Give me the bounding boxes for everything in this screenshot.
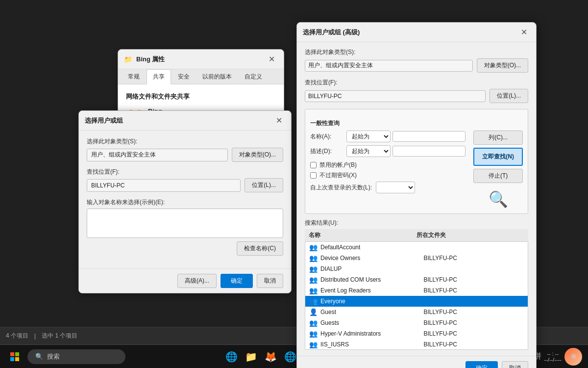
advanced-cancel-btn[interactable]: 取消 — [502, 361, 528, 368]
adv-location-btn[interactable]: 位置(L)... — [490, 89, 528, 103]
enter-label: 输入对象名称来选择(示例)(E): — [87, 198, 283, 207]
list-btn[interactable]: 列(C)... — [473, 131, 523, 145]
stop-btn[interactable]: 停止(T) — [473, 169, 523, 183]
adv-object-type-label: 选择此对象类型(S): — [305, 48, 528, 56]
col-name-header: 名称 — [309, 231, 416, 239]
result-row[interactable]: 👥 Device Owners BILLYFU-PC — [305, 253, 528, 263]
advanced-body: 选择此对象类型(S): 对象类型(O)... 查找位置(F): 位置(L)...… — [297, 42, 536, 356]
advanced-title: 选择用户或组 (高级) — [303, 28, 514, 37]
location-input — [87, 179, 241, 192]
result-location: BILLYFU-PC — [424, 319, 524, 326]
adv-object-type-input — [305, 60, 473, 72]
svg-rect-3 — [15, 357, 19, 361]
taskbar-search[interactable]: 🔍 搜索 — [27, 349, 125, 364]
result-name: Device Owners — [320, 255, 421, 262]
tab-share[interactable]: 共享 — [147, 69, 171, 84]
taskbar-app-explorer[interactable]: 📁 — [243, 348, 260, 366]
object-type-btn[interactable]: 对象类型(O)... — [232, 148, 283, 162]
result-name: Distributed COM Users — [320, 276, 421, 283]
tab-general[interactable]: 常规 — [122, 69, 146, 84]
adv-object-type-btn[interactable]: 对象类型(O)... — [477, 58, 528, 73]
tray-clock[interactable]: -- : -- --/--/---- — [544, 351, 562, 363]
no-expire-check[interactable] — [310, 172, 317, 179]
select-user-ok-btn[interactable]: 确定 — [220, 274, 253, 288]
select-user-advanced-btn[interactable]: 高级(A)... — [177, 274, 217, 288]
desc-filter-input[interactable] — [392, 146, 466, 157]
select-user-footer: 高级(A)... 确定 取消 — [79, 268, 291, 293]
taskbar-app-firefox[interactable]: 🦊 — [262, 348, 280, 366]
result-row[interactable]: 👥 Hyper-V Administrators BILLYFU-PC — [305, 328, 528, 339]
result-location: BILLYFU-PC — [424, 330, 524, 337]
taskbar-search-text: 搜索 — [47, 352, 60, 361]
general-query-title: 一般性查询 — [310, 119, 523, 128]
advanced-close[interactable]: ✕ — [518, 26, 530, 38]
result-name: Event Log Readers — [320, 287, 421, 294]
result-location: BILLYFU-PC — [424, 309, 524, 315]
select-user-title: 选择用户或组 — [85, 116, 269, 125]
selected-count: 选中 1 个项目 — [42, 332, 77, 340]
enter-object-input[interactable] — [87, 209, 283, 238]
adv-object-type-row: 选择此对象类型(S): 对象类型(O)... — [305, 48, 528, 73]
search-big-icon: 🔍 — [489, 190, 508, 209]
result-row[interactable]: 👥 DIALUP — [305, 263, 528, 274]
adv-location-row: 查找位置(F): 位置(L)... — [305, 79, 528, 103]
dialog-select-user[interactable]: 选择用户或组 ✕ 选择此对象类型(S): 对象类型(O)... 查找位置(F):… — [78, 110, 292, 293]
result-icon: 👥 — [309, 341, 318, 348]
result-row[interactable]: 👥 DefaultAccount — [305, 242, 528, 253]
advanced-ok-btn[interactable]: 确定 — [466, 361, 498, 368]
result-name: Everyone — [320, 298, 421, 305]
svg-rect-0 — [10, 352, 14, 356]
name-filter-input[interactable] — [392, 131, 466, 142]
snow-logo[interactable]: ❄ — [564, 348, 582, 366]
start-button[interactable] — [6, 348, 24, 366]
clock-time: -- : -- — [547, 351, 559, 357]
result-name: IIS_IUSRS — [320, 341, 421, 348]
result-location: BILLYFU-PC — [424, 255, 524, 262]
result-row[interactable]: 👥 Event Log Readers BILLYFU-PC — [305, 285, 528, 296]
result-location: BILLYFU-PC — [424, 276, 524, 283]
dialog-bing-tabs: 常规 共享 安全 以前的版本 自定义 — [118, 69, 284, 84]
results-header: 名称 所在文件夹 — [305, 229, 528, 242]
result-location: BILLYFU-PC — [424, 341, 524, 348]
object-type-row: 选择此对象类型(S): 对象类型(O)... — [87, 137, 283, 162]
svg-rect-2 — [10, 357, 14, 361]
result-icon: 👥 — [309, 319, 318, 327]
location-btn[interactable]: 位置(L)... — [245, 178, 283, 192]
result-icon: 👤 — [309, 308, 318, 316]
days-select[interactable] — [376, 182, 415, 193]
search-results-list[interactable]: 👥 DefaultAccount 👥 Device Owners BILLYFU… — [305, 242, 528, 350]
result-name: DefaultAccount — [320, 244, 421, 251]
object-type-label: 选择此对象类型(S): — [87, 137, 283, 146]
no-expire-label: 不过期密码(X) — [319, 171, 357, 180]
dialog-advanced-select[interactable]: 选择用户或组 (高级) ✕ 选择此对象类型(S): 对象类型(O)... 查找位… — [296, 22, 537, 368]
desc-filter-select[interactable]: 起始为 — [346, 145, 391, 157]
result-icon: 👥 — [309, 330, 318, 338]
result-location: BILLYFU-PC — [424, 287, 524, 294]
days-row: 自上次查登录的天数(L): — [310, 182, 466, 193]
adv-location-label: 查找位置(F): — [305, 79, 528, 87]
result-icon: 👥 — [309, 276, 318, 284]
dialog-bing-titlebar: 📁 Bing 属性 ✕ — [118, 50, 284, 69]
check-name-btn[interactable]: 检查名称(C) — [237, 241, 283, 256]
result-row[interactable]: 👥 IIS_IUSRS BILLYFU-PC — [305, 339, 528, 350]
taskbar-app-browser[interactable]: 🌐 — [223, 348, 241, 366]
bing-dialog-close[interactable]: ✕ — [266, 53, 278, 65]
result-row[interactable]: 👥 Everyone — [305, 296, 528, 307]
result-row[interactable]: 👤 Guest BILLYFU-PC — [305, 307, 528, 317]
tab-previous[interactable]: 以前的版本 — [196, 69, 238, 84]
result-row[interactable]: 👥 Guests BILLYFU-PC — [305, 317, 528, 328]
result-icon: 👥 — [309, 254, 318, 262]
no-expire-row: 不过期密码(X) — [310, 171, 466, 180]
select-user-cancel-btn[interactable]: 取消 — [257, 274, 283, 288]
tab-custom[interactable]: 自定义 — [239, 69, 268, 84]
select-user-close[interactable]: ✕ — [273, 115, 285, 126]
share-section-title: 网络文件和文件夹共享 — [126, 92, 276, 101]
disabled-accounts-check[interactable] — [310, 162, 317, 168]
find-now-btn[interactable]: 立即查找(N) — [473, 148, 523, 166]
result-name: DIALUP — [320, 265, 421, 272]
result-name: Guests — [320, 319, 421, 326]
tab-security[interactable]: 安全 — [172, 69, 196, 84]
name-filter-select[interactable]: 起始为 — [346, 131, 391, 142]
result-row[interactable]: 👥 Distributed COM Users BILLYFU-PC — [305, 274, 528, 285]
disabled-accounts-row: 禁用的帐户(B) — [310, 161, 466, 169]
